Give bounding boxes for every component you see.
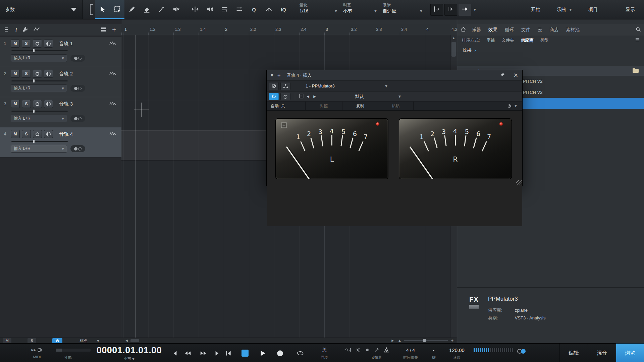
fast-forward-button[interactable] — [198, 348, 209, 358]
waveform-icon[interactable] — [109, 41, 116, 47]
solo-button[interactable]: S — [22, 100, 31, 108]
track-row-1[interactable]: 1 M S 音轨 1 输入 L+R ▼ — [0, 37, 121, 67]
global-power-button[interactable] — [52, 338, 62, 343]
copy-button[interactable]: 复制 — [342, 102, 378, 110]
snap-end-button[interactable] — [444, 4, 457, 16]
compare-button[interactable]: 对照 — [306, 102, 342, 110]
time-display[interactable]: 00001.01.01.00 小节 ▼ — [91, 345, 167, 361]
waveform-icon[interactable] — [109, 71, 116, 77]
track-preset-select[interactable]: 标准 ▼ — [80, 338, 99, 343]
tab-files[interactable]: 文件 — [518, 27, 534, 33]
arrow-tool-button[interactable] — [95, 0, 110, 19]
zoom-in-icon[interactable]: + — [451, 338, 453, 343]
tab-pool[interactable]: 素材池 — [562, 27, 584, 33]
record-arm-button[interactable] — [33, 130, 42, 138]
show-panel-button[interactable]: 显示 — [616, 0, 644, 19]
volume-fader[interactable] — [11, 80, 68, 81]
monitor-button[interactable] — [44, 130, 53, 138]
edit-view-button[interactable]: 编辑 — [559, 344, 588, 362]
song-page-button[interactable]: 乐曲 ▼ — [548, 0, 580, 19]
plugin-slot-select[interactable]: 1 - PPMulator3 ▼ — [306, 83, 387, 88]
mute-button[interactable]: M — [11, 100, 20, 108]
solo-button[interactable]: S — [22, 70, 31, 78]
sort-vendor[interactable]: 供应商 — [521, 38, 534, 43]
home-icon[interactable] — [461, 26, 466, 33]
solo-button[interactable]: S — [22, 40, 31, 48]
stereo-mode-toggle[interactable] — [70, 145, 85, 152]
record-arm-button[interactable] — [33, 100, 42, 108]
sync-control[interactable]: 关 同步 — [314, 346, 335, 360]
bypass-button[interactable] — [269, 82, 279, 90]
monitor-button[interactable] — [44, 100, 53, 108]
timestretch-tool-button[interactable] — [187, 0, 202, 19]
input-quantize-button[interactable]: IQ — [276, 0, 291, 19]
plugin-power-button[interactable] — [269, 93, 279, 100]
mute-button[interactable]: M — [11, 70, 20, 78]
waveform-icon[interactable] — [109, 131, 116, 137]
volume-fader[interactable] — [11, 50, 68, 51]
plugin-settings-button[interactable]: ▼ — [502, 102, 522, 110]
monitor-button[interactable] — [44, 70, 53, 78]
gear-icon[interactable] — [356, 348, 361, 352]
mix-view-button[interactable]: 混音 — [588, 344, 616, 362]
mute-button[interactable]: M — [11, 40, 20, 48]
key-control[interactable]: - 键 — [425, 346, 443, 360]
global-mute-button[interactable]: M — [3, 338, 11, 343]
track-name[interactable]: 音轨 1 — [59, 41, 73, 47]
add-insert-button[interactable]: + — [277, 72, 281, 78]
plugin-window[interactable]: ▼ + 音轨 4 · 插入 × 1 - PPMulator3 ▼ — [266, 70, 523, 186]
volume-fader[interactable] — [11, 141, 68, 142]
time-signature-control[interactable]: 4 / 4 时间修整 — [396, 346, 425, 360]
midi-monitor[interactable]: ▶▶ MIDI — [22, 346, 52, 359]
next-bar-button[interactable] — [211, 348, 223, 358]
automation-knob-button[interactable] — [280, 93, 290, 100]
tab-effects[interactable]: 效果 — [485, 27, 501, 33]
autoscroll-button[interactable] — [459, 4, 471, 16]
add-track-button[interactable]: + — [112, 26, 116, 34]
preset-list-icon[interactable] — [298, 94, 305, 99]
plugin-titlebar[interactable]: ▼ + 音轨 4 · 插入 × — [267, 70, 522, 81]
play-button[interactable] — [257, 348, 268, 358]
solo-button[interactable]: S — [22, 130, 31, 138]
mute-tool-button[interactable] — [169, 0, 183, 19]
pin-icon[interactable] — [500, 72, 505, 78]
tab-shop[interactable]: 商店 — [546, 27, 562, 33]
eraser-tool-button[interactable] — [139, 0, 154, 19]
quantize-control[interactable]: 量化 1/16▼ — [300, 0, 337, 19]
paint-tool-button[interactable] — [124, 0, 139, 19]
inspector-icon[interactable]: i — [15, 27, 17, 33]
input-select[interactable]: 输入 L+R ▼ — [11, 84, 67, 92]
resize-grip[interactable] — [516, 180, 522, 185]
record-arm-button[interactable] — [33, 40, 42, 48]
snap-mode-button[interactable] — [430, 4, 443, 16]
scrollbar-thumb[interactable] — [130, 339, 139, 342]
routing-button[interactable] — [280, 82, 290, 90]
scroll-right-icon[interactable]: ▶ — [391, 339, 394, 342]
stereo-mode-toggle[interactable] — [70, 85, 85, 92]
split-tool-button[interactable] — [154, 0, 169, 19]
prev-preset-icon[interactable]: ◀ — [305, 95, 311, 98]
timeline-ruler[interactable]: 1 1.2 1.3 1.4 2 2.2 2.3 2.4 3 3.2 3.3 3.… — [121, 24, 450, 35]
metronome-icon[interactable] — [384, 347, 389, 353]
mute-button[interactable]: M — [11, 130, 20, 138]
rewind-button[interactable] — [182, 348, 194, 358]
metronome-controls[interactable]: 节拍器 — [337, 346, 396, 360]
track-layout-icon[interactable] — [101, 26, 107, 34]
bend-tool-button[interactable] — [261, 0, 276, 19]
stereo-mode-toggle[interactable] — [70, 55, 85, 62]
volume-fader[interactable] — [11, 111, 68, 112]
record-arm-button[interactable] — [33, 70, 42, 78]
record-button[interactable] — [274, 348, 286, 358]
expand-plus-icon[interactable] — [281, 123, 286, 128]
zoom-slider[interactable] — [404, 340, 448, 341]
sort-flat[interactable]: 平铺 — [486, 38, 495, 43]
horizontal-scrollbar[interactable]: ◀ ▶ ▲ + — [121, 338, 457, 343]
time-unit-select[interactable]: 小节 ▼ — [91, 356, 167, 361]
range-tool-button[interactable] — [110, 0, 124, 19]
loop-button[interactable] — [292, 348, 308, 358]
close-icon[interactable]: × — [514, 72, 518, 78]
start-page-button[interactable]: 开始 — [523, 0, 548, 19]
wrench-icon[interactable] — [22, 26, 28, 34]
input-select[interactable]: 输入 L+R ▼ — [11, 145, 67, 153]
automation-mode-select[interactable]: 自动: 关 — [267, 102, 306, 110]
